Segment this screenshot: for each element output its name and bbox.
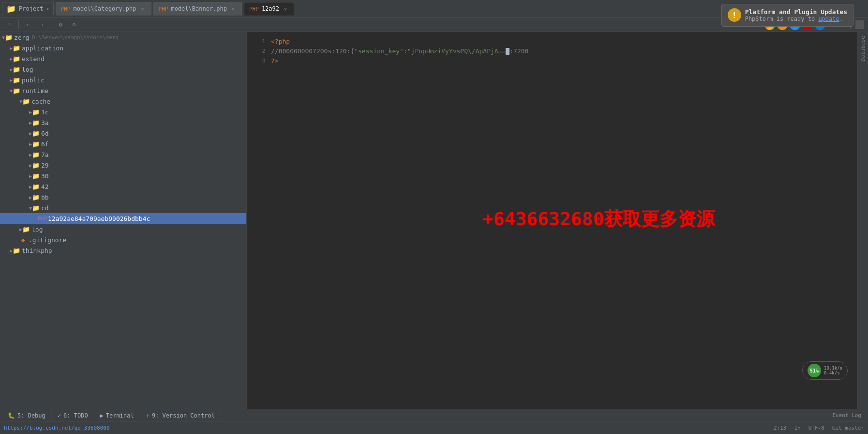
vc-icon: ↑ — [146, 412, 150, 419]
tree-item-application[interactable]: ▶ 📁 application — [0, 43, 246, 53]
tree-item-29[interactable]: ▶ 📁 29 — [0, 160, 246, 170]
network-status-icon: 51% — [808, 364, 821, 377]
git-icon: ◆ — [19, 236, 27, 244]
tree-item-6f[interactable]: ▶ 📁 6f — [0, 139, 246, 149]
close-icon[interactable]: ✕ — [282, 5, 289, 12]
tree-item-runtime[interactable]: ▼ 📁 runtime — [0, 85, 246, 96]
folder-icon: 📁 — [13, 76, 20, 84]
forward-button[interactable]: → — [36, 19, 47, 30]
status-url: https://blog.csdn.net/qq_33608000 — [4, 425, 110, 431]
bottom-toolbar: 🐛 5: Debug ✓ 6: TODO ▶ Terminal ↑ 9: Ver… — [0, 409, 868, 421]
right-sidebar: Database — [857, 32, 868, 409]
tree-item-label: 6f — [41, 140, 49, 148]
folder-icon: 📁 — [13, 87, 20, 94]
tree-item-bb[interactable]: ▶ 📁 bb — [0, 192, 246, 202]
close-icon[interactable]: ✕ — [230, 5, 237, 12]
code-editor[interactable]: 1 <?php 2 //0000000007200s:120:{"session… — [247, 32, 857, 409]
tab-label: model\Banner.php — [171, 5, 227, 12]
status-position[interactable]: 2:13 — [774, 425, 787, 431]
add-button[interactable]: ⊕ — [69, 19, 79, 30]
folder-icon: 📁 — [32, 108, 40, 116]
tab-cachefile[interactable]: PHP 12a92 ✕ — [244, 2, 294, 16]
tree-item-thinkphp[interactable]: ▶ 📁 thinkphp — [0, 245, 246, 256]
debug-label: 5: Debug — [17, 412, 45, 419]
status-bar: https://blog.csdn.net/qq_33608000 2:13 1… — [0, 421, 868, 434]
database-tab[interactable]: Database — [858, 32, 868, 65]
tree-item-7a[interactable]: ▶ 📁 7a — [0, 149, 246, 160]
settings-button[interactable]: ⚙ — [55, 19, 66, 30]
tree-root[interactable]: ▼ 📁 zerg D:\Server\xampp\htdocs\zerg — [0, 32, 246, 43]
code-line-2: 2 //0000000007200s:120:{"session_key":"j… — [252, 46, 857, 56]
line-content: <?php — [271, 37, 857, 46]
status-git[interactable]: Git master — [832, 425, 864, 431]
line-content: ?> — [271, 56, 857, 66]
tree-item-runtime-log[interactable]: ▶ 📁 log — [0, 224, 246, 234]
line-content: //0000000007200s:120:{"session_key":"jPo… — [271, 46, 857, 56]
project-dropdown[interactable]: 📁 Project ▾ — [2, 2, 54, 16]
folder-icon: 📁 — [32, 140, 40, 148]
vc-label: 9: Version Control — [152, 412, 215, 419]
watermark-text: +6436632680获取更多资源 — [482, 207, 715, 232]
network-widget: 51% 10.1k/s 0.4k/s — [802, 361, 848, 380]
folder-icon: 📁 — [32, 193, 40, 201]
project-sidebar: ▼ 📁 zerg D:\Server\xampp\htdocs\zerg ▶ 📁… — [0, 32, 247, 409]
tree-root-label: zerg — [14, 34, 29, 41]
code-line-1: 1 <?php — [252, 37, 857, 46]
bottom-right-items: Event Log — [827, 409, 866, 422]
tree-item-cachefile[interactable]: PHP 12a92ae84a709aeb99026bdbb4c — [0, 213, 246, 224]
tree-item-label: 1c — [41, 108, 49, 116]
code-line-3: 3 ?> — [252, 56, 857, 66]
php-icon: PHP — [159, 6, 168, 12]
color-swatch[interactable] — [855, 20, 864, 29]
event-log-label: Event Log — [832, 412, 861, 418]
status-encoding[interactable]: UTF-8 — [808, 425, 824, 431]
tab-category[interactable]: PHP model\Category.php ✕ — [56, 2, 151, 16]
close-icon[interactable]: ✕ — [139, 5, 146, 12]
php-icon: PHP — [61, 6, 71, 12]
tree-item-1c[interactable]: ▶ 📁 1c — [0, 107, 246, 117]
tree-item-label: 42 — [41, 183, 49, 190]
line-number: 1 — [252, 37, 271, 46]
status-column[interactable]: 1↕ — [794, 425, 800, 431]
tree-item-label: 7a — [41, 151, 49, 158]
terminal-label: Terminal — [106, 412, 134, 419]
tab-bar: 📁 Project ▾ PHP model\Category.php ✕ PHP… — [0, 0, 868, 17]
upload-speed: 10.1k/s — [824, 366, 842, 371]
tree-item-log[interactable]: ▶ 📁 log — [0, 64, 246, 75]
update-link[interactable]: update — [818, 16, 839, 22]
tree-item-30[interactable]: ▶ 📁 30 — [0, 170, 246, 181]
tab-label: model\Category.php — [73, 5, 136, 12]
notification-popup: ! Platform and Plugin Updates PhpStorm i… — [721, 4, 853, 27]
tree-item-cd[interactable]: ▼ 📁 cd — [0, 202, 246, 213]
tree-item-extend[interactable]: ▶ 📁 extend — [0, 53, 246, 64]
back-button[interactable]: ← — [23, 19, 33, 30]
event-log-tab[interactable]: Event Log — [827, 409, 866, 422]
folder-icon: 📁 — [32, 161, 40, 169]
tree-item-label: 3a — [41, 119, 49, 126]
tree-item-label: cd — [41, 204, 49, 212]
tree-item-gitignore[interactable]: ◆ .gitignore — [0, 234, 246, 245]
version-control-tab[interactable]: ↑ 9: Version Control — [140, 409, 221, 422]
status-right: 2:13 1↕ UTF-8 Git master — [774, 425, 864, 431]
debug-tab[interactable]: 🐛 5: Debug — [2, 409, 52, 422]
folder-icon: 📁 — [32, 119, 40, 126]
project-label: Project — [19, 5, 44, 12]
terminal-tab[interactable]: ▶ Terminal — [94, 409, 140, 422]
folder-icon: 📁 — [13, 247, 20, 254]
tree-item-label: 29 — [41, 162, 49, 169]
tree-item-3a[interactable]: ▶ 📁 3a — [0, 117, 246, 128]
tree-item-cache[interactable]: ▼ 📁 cache — [0, 96, 246, 107]
tree-item-6d[interactable]: ▶ 📁 6d — [0, 128, 246, 139]
tree-item-42[interactable]: ▶ 📁 42 — [0, 181, 246, 192]
network-stats: 10.1k/s 0.4k/s — [824, 366, 842, 375]
todo-tab[interactable]: ✓ 6: TODO — [52, 409, 94, 422]
warning-icon: ! — [728, 8, 741, 22]
tree-item-label: thinkphp — [22, 247, 52, 254]
tree-item-public[interactable]: ▶ 📁 public — [0, 75, 246, 85]
main-layout: ▼ 📁 zerg D:\Server\xampp\htdocs\zerg ▶ 📁… — [0, 32, 868, 409]
folder-icon: 📁 — [32, 204, 40, 212]
editor-lines: 1 <?php 2 //0000000007200s:120:{"session… — [247, 32, 857, 71]
line-number: 3 — [252, 56, 271, 66]
menu-button[interactable]: ≡ — [4, 19, 15, 30]
tab-banner[interactable]: PHP model\Banner.php ✕ — [153, 2, 242, 16]
